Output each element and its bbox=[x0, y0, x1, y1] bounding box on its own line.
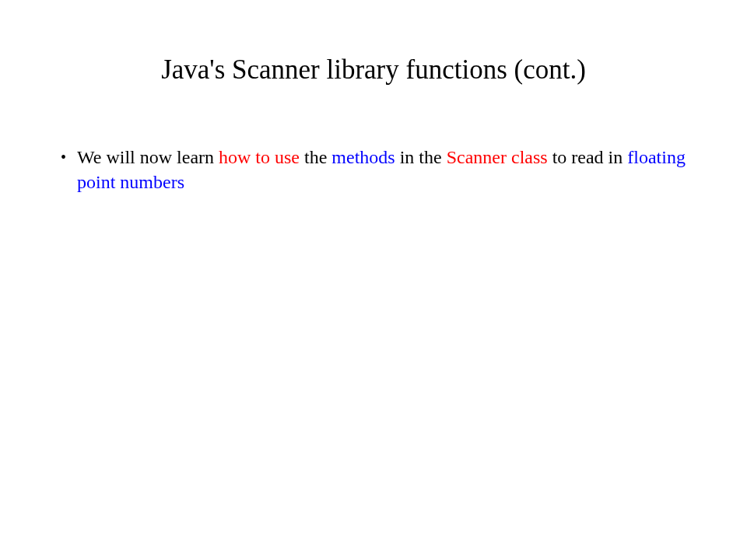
text-part: the bbox=[300, 147, 331, 167]
text-highlight-red: Scanner class bbox=[447, 147, 548, 167]
bullet-text: We will now learn how to use the methods… bbox=[77, 145, 686, 195]
text-part: We will now learn bbox=[77, 147, 219, 167]
slide-title: Java's Scanner library functions (cont.) bbox=[0, 54, 747, 86]
text-part: in the bbox=[395, 147, 447, 167]
bullet-item: • We will now learn how to use the metho… bbox=[61, 145, 686, 195]
text-highlight-red: how to use bbox=[219, 147, 300, 167]
slide-content: • We will now learn how to use the metho… bbox=[0, 145, 747, 195]
text-highlight-blue: methods bbox=[331, 147, 395, 167]
bullet-marker: • bbox=[61, 145, 66, 170]
text-part: to read in bbox=[548, 147, 628, 167]
